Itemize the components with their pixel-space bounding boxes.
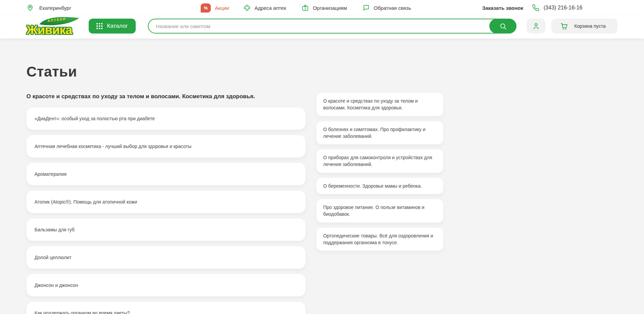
briefcase-icon bbox=[302, 4, 309, 12]
category-link[interactable]: Ортопедические товары. Всё для оздоровле… bbox=[316, 228, 443, 251]
chat-bubble-icon bbox=[362, 4, 370, 12]
articles-column: О красоте и средствах по уходу за телом … bbox=[26, 93, 306, 314]
order-call-link[interactable]: Заказать звонок bbox=[482, 5, 523, 11]
topbar-nav: % Акции Адреса аптек Организациям bbox=[201, 0, 427, 16]
nav-item-feedback-label: Обратная связь bbox=[374, 5, 411, 11]
cart-icon bbox=[560, 22, 569, 30]
article-link[interactable]: Джонсон и джонсон bbox=[26, 274, 306, 296]
catalog-button-label: Каталог bbox=[107, 23, 128, 29]
nav-item-promos[interactable]: % Акции bbox=[201, 3, 229, 13]
article-link[interactable]: Бальзамы для губ bbox=[26, 218, 306, 241]
logo-leaf-icon: АПТЕКИ bbox=[39, 16, 80, 26]
nav-item-feedback[interactable]: Обратная связь bbox=[362, 4, 411, 12]
phone-number[interactable]: (343) 216-16-16 bbox=[543, 5, 582, 11]
logo[interactable]: Живика АПТЕКИ bbox=[26, 16, 80, 36]
category-link[interactable]: О беременности. Здоровье мамы и ребенка. bbox=[316, 178, 443, 194]
pharmacy-cross-icon bbox=[243, 4, 251, 12]
article-link[interactable]: Атопик (Atopic®). Помощь для атопичной к… bbox=[26, 191, 306, 213]
nav-item-pharmacy-addresses-label: Адреса аптек bbox=[254, 5, 286, 11]
article-link[interactable]: Как поддержать организм во время диеты? bbox=[26, 302, 306, 314]
section-heading: О красоте и средствах по уходу за телом … bbox=[26, 93, 306, 100]
category-link[interactable]: О приборах для самоконтроля и устройства… bbox=[316, 149, 443, 173]
cart-button-label: Корзина пуста bbox=[574, 23, 606, 29]
search-icon bbox=[499, 22, 507, 30]
topbar-contacts: Заказать звонок (343) 216-16-16 bbox=[482, 4, 618, 12]
search-input[interactable] bbox=[149, 19, 484, 33]
city-label[interactable]: Екатеринбург bbox=[39, 5, 71, 11]
main-content: Статьи О красоте и средствах по уходу за… bbox=[0, 39, 644, 314]
user-icon bbox=[532, 22, 540, 30]
article-link[interactable]: Аптечная лечебная косметика - лучший выб… bbox=[26, 135, 306, 158]
search-bar bbox=[148, 19, 516, 34]
nav-item-pharmacy-addresses[interactable]: Адреса аптек bbox=[243, 4, 286, 12]
categories-column: О красоте и средствах по уходу за телом … bbox=[316, 93, 443, 256]
nav-item-organizations[interactable]: Организациям bbox=[302, 4, 347, 12]
nav-item-promos-label: Акции bbox=[215, 5, 229, 11]
article-link[interactable]: Долой целлюлит bbox=[26, 246, 306, 269]
article-link[interactable]: «ДиаДент»: особый уход за полостью рта п… bbox=[26, 107, 306, 130]
phone-icon bbox=[532, 4, 539, 12]
category-link[interactable]: О красоте и средствах по уходу за телом … bbox=[316, 93, 443, 116]
location-pin-icon bbox=[26, 4, 34, 12]
nav-item-organizations-label: Организациям bbox=[313, 5, 347, 11]
cart-button[interactable]: Корзина пуста bbox=[551, 19, 618, 34]
header: Живика АПТЕКИ Каталог bbox=[0, 16, 644, 39]
topbar: Екатеринбург % Акции Адреса аптек Ор bbox=[0, 0, 644, 16]
search-button[interactable] bbox=[489, 19, 516, 34]
article-link[interactable]: Ароматерапия bbox=[26, 163, 306, 185]
city-selector[interactable]: Екатеринбург bbox=[26, 4, 71, 12]
grid-icon bbox=[96, 23, 103, 29]
category-link[interactable]: Про здоровое питание. О пользе витаминов… bbox=[316, 199, 443, 223]
content-columns: О красоте и средствах по уходу за телом … bbox=[26, 93, 618, 314]
category-link[interactable]: О болезнях и симптомах. Про профилактику… bbox=[316, 121, 443, 145]
page-title: Статьи bbox=[26, 64, 618, 80]
catalog-button[interactable]: Каталог bbox=[89, 19, 136, 34]
percent-badge-icon: % bbox=[201, 3, 211, 13]
account-button[interactable] bbox=[527, 19, 546, 34]
